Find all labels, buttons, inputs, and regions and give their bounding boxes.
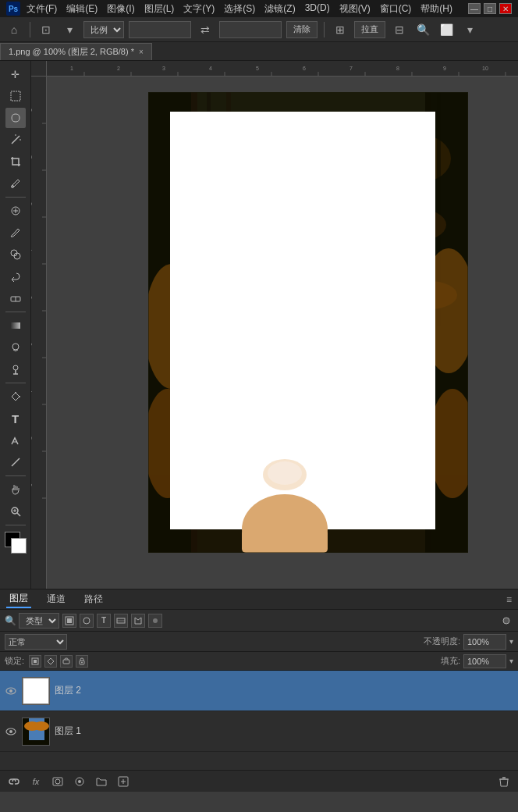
layers-blend-row: 正常 不透明度: 100% ▾ <box>0 632 518 652</box>
dodge-icon[interactable] <box>5 359 26 379</box>
add-mask-icon[interactable] <box>50 774 66 789</box>
options-toolbar: ⌂ ⊡ ▾ 比例 ⇄ 清除 ⊞ 拉直 ⊟ 🔍 ⬜ ▾ <box>0 17 518 42</box>
menu-bar: 文件(F) 编辑(E) 图像(I) 图层(L) 文字(Y) 选择(S) 滤镜(Z… <box>27 2 468 16</box>
folder-icon[interactable] <box>94 774 109 789</box>
blur-icon[interactable] <box>5 337 26 358</box>
menu-layer[interactable]: 图层(L) <box>144 2 175 16</box>
layer-item-2[interactable]: 图层 2 <box>0 671 518 711</box>
crop-tool-icon[interactable]: ⊡ <box>37 20 55 39</box>
adjustment-icon[interactable] <box>72 774 87 789</box>
layers-type-select[interactable]: 类型 <box>19 613 59 629</box>
tab-paths[interactable]: 路径 <box>81 591 106 607</box>
width-input[interactable] <box>129 21 191 38</box>
layers-filter-icon5[interactable] <box>131 614 145 628</box>
frame-icon[interactable]: ⬜ <box>437 20 456 39</box>
tab-channels[interactable]: 通道 <box>44 591 69 607</box>
panel-menu-icon[interactable]: ≡ <box>506 594 512 605</box>
layers-filter-icon4[interactable] <box>114 614 128 628</box>
line-tool-icon[interactable] <box>5 452 26 472</box>
brush-icon[interactable] <box>5 223 26 243</box>
history-brush-icon[interactable] <box>5 266 26 287</box>
lock-pixels-icon[interactable] <box>29 655 41 668</box>
canvas-content <box>47 77 518 609</box>
lasso-tool-icon[interactable] <box>5 108 26 128</box>
lock-position-icon[interactable] <box>44 655 57 668</box>
more-icon[interactable]: ▾ <box>460 20 479 39</box>
path-select-icon[interactable] <box>5 430 26 451</box>
ratio-select[interactable]: 比例 <box>83 21 124 38</box>
menu-image[interactable]: 图像(I) <box>107 2 134 16</box>
menu-3d[interactable]: 3D(D) <box>305 2 330 16</box>
menu-window[interactable]: 窗口(C) <box>380 2 412 16</box>
menu-filter[interactable]: 滤镜(Z) <box>264 2 295 16</box>
fill-dropdown-icon[interactable]: ▾ <box>509 657 513 665</box>
menu-help[interactable]: 帮助(H) <box>420 2 452 16</box>
pen-icon[interactable] <box>5 386 26 407</box>
menu-edit[interactable]: 编辑(E) <box>66 2 98 16</box>
layers-search-icon[interactable]: 🔍 <box>5 615 16 626</box>
layers-filter-icon3[interactable]: T <box>97 614 111 628</box>
layers-toggle-icon[interactable] <box>499 614 513 628</box>
svg-line-20 <box>12 458 20 466</box>
ruler-left-svg: 1 2 3 4 5 6 7 8 9 <box>31 77 47 609</box>
color-swatches[interactable] <box>5 532 27 554</box>
ruler-left: 1 2 3 4 5 6 7 8 9 <box>31 77 47 609</box>
background-color[interactable] <box>11 538 27 554</box>
layers-filter-icon2[interactable] <box>80 614 94 628</box>
crop-tool-left-icon[interactable] <box>5 151 26 172</box>
tab-close-icon[interactable]: × <box>139 48 144 56</box>
close-button[interactable]: ✕ <box>499 3 512 14</box>
delete-layer-icon[interactable] <box>496 774 512 789</box>
grid-icon[interactable]: ⊞ <box>331 20 349 39</box>
document-tab[interactable]: 1.png @ 100% (图层 2, RGB/8) * × <box>0 43 152 60</box>
link-layers-icon[interactable] <box>6 774 22 789</box>
type-icon[interactable]: T <box>5 408 26 429</box>
clear-button[interactable]: 清除 <box>286 21 318 38</box>
magic-wand-icon[interactable] <box>5 130 26 150</box>
straighten-button[interactable]: 拉直 <box>354 21 385 38</box>
eraser-icon[interactable] <box>5 288 26 308</box>
lock-label: 锁定: <box>5 655 24 667</box>
svg-text:8: 8 <box>31 436 33 440</box>
crop-dropdown-icon[interactable]: ▾ <box>60 20 79 39</box>
move-tool-icon[interactable]: ✛ <box>5 64 26 84</box>
heal-icon[interactable] <box>5 201 26 221</box>
tab-layers[interactable]: 图层 <box>6 590 31 608</box>
title-bar: Ps 文件(F) 编辑(E) 图像(I) 图层(L) 文字(Y) 选择(S) 滤… <box>0 0 518 17</box>
fill-value[interactable]: 100% <box>463 654 506 668</box>
marquee-tool-icon[interactable] <box>5 86 26 106</box>
eyedropper-icon[interactable] <box>5 173 26 194</box>
blend-mode-select[interactable]: 正常 <box>5 634 67 650</box>
panel-bottom-icons: fx <box>0 770 518 792</box>
menu-text[interactable]: 文字(Y) <box>183 2 215 16</box>
opacity-label: 不透明度: <box>424 636 460 647</box>
menu-select[interactable]: 选择(S) <box>224 2 255 16</box>
opacity-dropdown-icon[interactable]: ▾ <box>509 637 513 646</box>
layer-1-name: 图层 1 <box>55 725 81 738</box>
layer-2-visibility-icon[interactable] <box>5 685 17 697</box>
lock-artboard-icon[interactable] <box>60 655 73 668</box>
opacity-value[interactable]: 100% <box>463 634 506 650</box>
layer-1-visibility-icon[interactable] <box>5 725 17 738</box>
swap-icon[interactable]: ⇄ <box>196 20 215 39</box>
hand-icon[interactable] <box>5 479 26 500</box>
lock-all-icon[interactable] <box>76 655 88 668</box>
home-icon[interactable]: ⌂ <box>5 20 23 39</box>
clone-icon[interactable] <box>5 244 26 265</box>
zoom-icon[interactable] <box>5 501 26 522</box>
layers-filter-icon6[interactable] <box>148 614 162 628</box>
gradient-icon[interactable] <box>5 315 26 336</box>
fx-icon[interactable]: fx <box>28 774 44 789</box>
layer-item-1[interactable]: 图层 1 <box>0 711 518 752</box>
minimize-button[interactable]: — <box>468 3 481 14</box>
overlay-icon[interactable]: ⊟ <box>390 20 409 39</box>
maximize-button[interactable]: □ <box>484 3 496 14</box>
svg-text:7: 7 <box>349 66 353 71</box>
new-layer-icon[interactable] <box>115 774 131 789</box>
menu-view[interactable]: 视图(V) <box>339 2 371 16</box>
search-icon[interactable]: 🔍 <box>413 20 432 39</box>
height-input[interactable] <box>219 21 282 38</box>
svg-rect-12 <box>11 322 20 329</box>
menu-file[interactable]: 文件(F) <box>27 2 57 16</box>
layers-filter-icon1[interactable] <box>62 614 76 628</box>
